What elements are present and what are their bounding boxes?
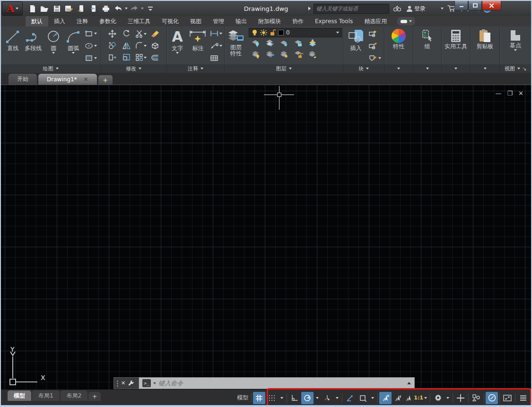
command-line-bar[interactable]: ✕ >_ — [113, 377, 415, 389]
command-customize-wrench-icon[interactable] — [128, 380, 134, 387]
polar-dropdown-button[interactable] — [314, 392, 321, 404]
object-snap-button[interactable] — [357, 392, 369, 404]
command-history-dropdown-icon[interactable] — [153, 382, 156, 384]
panel-label-annotate[interactable]: 注释 — [167, 64, 224, 73]
hardware-acceleration-button[interactable] — [486, 392, 498, 404]
panel-launcher-icon[interactable]: ↘ — [523, 66, 526, 71]
polyline-button[interactable]: 多段线 — [23, 28, 43, 64]
object-snap-tracking-button[interactable] — [344, 392, 356, 404]
close-tab-icon[interactable]: ✕ — [84, 76, 88, 83]
attributes-dropdown-icon[interactable] — [378, 57, 381, 59]
array-dropdown-icon[interactable] — [144, 57, 147, 59]
qat-customize-button[interactable] — [145, 3, 156, 14]
drawing-canvas[interactable]: — ❐ ✕ Y X ✕ >_ — [1, 85, 531, 390]
undo-dropdown-icon[interactable] — [125, 8, 128, 9]
panel-label-view[interactable]: 视图↘ — [500, 64, 531, 73]
command-line-grip[interactable]: ✕ — [113, 377, 139, 389]
layout-tab-model[interactable]: 模型 — [8, 390, 31, 401]
search-input[interactable] — [316, 6, 386, 11]
properties-button[interactable]: 特性 — [389, 28, 408, 64]
viewport-restore-icon[interactable]: ❐ — [507, 90, 513, 97]
tab-addins[interactable]: 附加模块 — [253, 16, 287, 26]
base-dropdown-icon[interactable] — [514, 49, 517, 51]
erase-button[interactable] — [150, 30, 159, 38]
recent-commands-arrow-icon[interactable] — [407, 382, 411, 384]
new-drawing-button[interactable] — [26, 3, 38, 14]
osnap-dropdown-button[interactable] — [369, 392, 376, 404]
ellipse-button[interactable] — [84, 41, 98, 51]
minimize-button[interactable] — [454, 1, 468, 10]
array-button[interactable] — [135, 53, 147, 61]
tab-home[interactable]: 默认 — [26, 16, 48, 26]
tab-output[interactable]: 输出 — [230, 16, 253, 26]
selection-filtering-button[interactable] — [470, 392, 482, 404]
leader-button[interactable] — [209, 41, 223, 51]
panel-label-modify[interactable]: 修改 — [101, 64, 166, 73]
explode-button[interactable] — [150, 42, 159, 50]
workspace-dropdown-button[interactable] — [445, 392, 451, 404]
tab-collaborate[interactable]: 协作 — [287, 16, 309, 26]
redo-button[interactable] — [129, 3, 140, 14]
new-tab-button[interactable]: + — [98, 75, 113, 85]
tab-insert[interactable]: 插入 — [48, 16, 71, 26]
arc-button[interactable]: 圆弧 — [64, 28, 83, 64]
line-button[interactable]: 直线 — [3, 28, 22, 64]
layer-off-button[interactable] — [251, 39, 261, 49]
layout-tab-layout2[interactable]: 布局2 — [61, 390, 88, 401]
ribbon-collapse-button[interactable] — [397, 17, 415, 26]
tab-express-tools[interactable]: Express Tools — [309, 16, 358, 26]
ucs-icon[interactable]: Y X — [5, 345, 50, 388]
new-layout-button[interactable]: + — [88, 392, 101, 401]
layer-isolate-button[interactable] — [265, 39, 275, 49]
circle-dropdown-icon[interactable] — [52, 52, 55, 54]
command-input[interactable] — [158, 380, 405, 387]
open-drawing-button[interactable] — [39, 3, 50, 14]
clipboard-paste-button[interactable]: 剪贴板 — [475, 28, 495, 64]
fillet-button[interactable] — [135, 42, 147, 50]
panel-label-draw[interactable]: 绘图 — [1, 64, 101, 73]
save-to-mobile-button[interactable] — [88, 3, 99, 14]
layout-tab-layout1[interactable]: 布局1 — [32, 390, 60, 401]
undo-button[interactable] — [113, 3, 124, 14]
hatch-dropdown-icon[interactable] — [94, 57, 97, 59]
model-space-button[interactable]: 模型 — [235, 392, 250, 404]
layer-lock-button[interactable] — [294, 39, 303, 49]
annotation-autoscale-button[interactable] — [392, 392, 404, 404]
utilities-button[interactable]: 实用工具 — [443, 28, 469, 64]
ortho-mode-button[interactable] — [288, 392, 301, 404]
layer-match-button[interactable] — [265, 50, 275, 61]
fillet-dropdown-icon[interactable] — [144, 45, 147, 47]
dimension-button[interactable]: 标注 — [188, 28, 208, 64]
help-search-box[interactable] — [314, 4, 389, 14]
file-tab-drawing1[interactable]: Drawing1*✕ — [38, 74, 97, 85]
clean-screen-button[interactable] — [501, 392, 514, 404]
application-menu-button[interactable]: A — [2, 1, 23, 16]
redo-dropdown-icon[interactable] — [141, 8, 144, 9]
leader-dropdown-icon[interactable] — [219, 45, 222, 47]
scale-button[interactable] — [122, 53, 131, 61]
dimension-dropdown-icon[interactable] — [219, 33, 222, 35]
workspace-switching-button[interactable] — [432, 392, 444, 404]
viewport-close-icon[interactable]: ✕ — [518, 90, 523, 97]
layer-properties-button[interactable]: 图层特性 — [226, 28, 246, 64]
tab-featured-apps[interactable]: 精选应用 — [358, 16, 392, 26]
tab-view[interactable]: 视图 — [184, 16, 207, 26]
mirror-button[interactable] — [122, 42, 131, 50]
layer-unlock-all-button[interactable] — [294, 50, 303, 61]
command-input-field[interactable]: >_ — [139, 377, 415, 389]
save-as-button[interactable] — [63, 3, 75, 14]
move-button[interactable] — [108, 29, 117, 38]
annotation-visibility-button[interactable] — [379, 392, 392, 404]
create-block-button[interactable] — [367, 29, 382, 38]
copy-button[interactable] — [108, 42, 117, 50]
layer-thaw-all-button[interactable] — [279, 50, 289, 61]
sign-in-button[interactable]: 登录 — [405, 3, 427, 14]
ui-lock-button[interactable] — [454, 392, 467, 404]
infocenter-collapse-icon[interactable] — [308, 7, 311, 10]
polar-tracking-button[interactable] — [301, 392, 314, 404]
rectangle-button[interactable] — [84, 29, 98, 38]
grid-display-button[interactable] — [253, 392, 265, 404]
snap-mode-button[interactable] — [266, 392, 278, 404]
open-from-mobile-button[interactable] — [76, 3, 87, 14]
tab-visualize[interactable]: 可视化 — [156, 16, 184, 26]
